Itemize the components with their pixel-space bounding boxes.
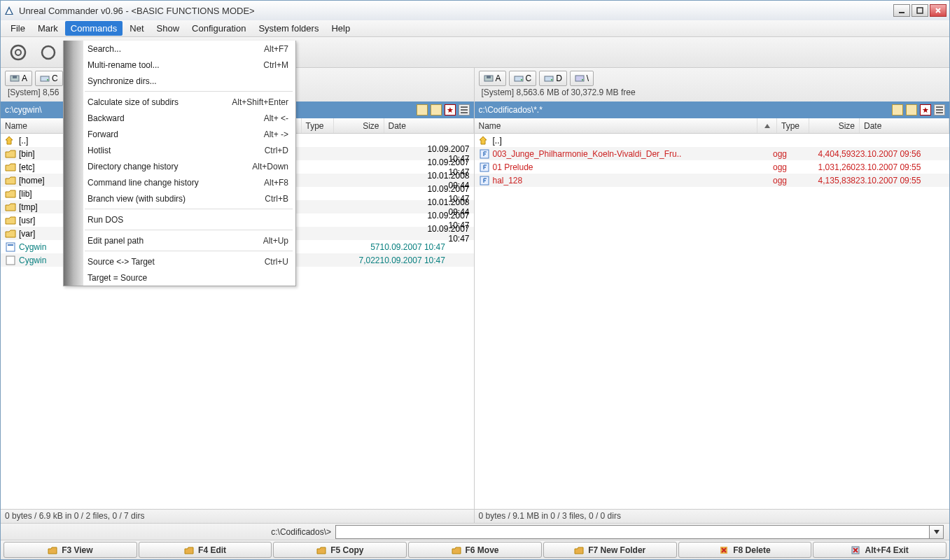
drive-button-root[interactable]: \ — [570, 71, 594, 86]
parent-icon[interactable] — [431, 104, 442, 115]
drive-button-A[interactable]: A — [5, 71, 32, 86]
tool-icon[interactable] — [39, 41, 62, 64]
folder-icon — [5, 229, 16, 239]
col-size[interactable]: Size — [809, 118, 860, 133]
fkey-f4-edit[interactable]: F4 Edit — [139, 542, 272, 558]
window-controls — [893, 4, 946, 17]
menu-shortcut: Alt+Shift+Enter — [232, 97, 288, 107]
menu-mark[interactable]: Mark — [32, 21, 64, 36]
command-input[interactable] — [335, 525, 930, 539]
list-item[interactable]: hal_128ogg4,135,83823.10.2007 09:55 — [475, 174, 950, 187]
menu-system-folders[interactable]: System folders — [253, 21, 324, 36]
fkey-f6-move[interactable]: F6 Move — [408, 542, 542, 558]
cell-size: 1,031,260 — [805, 162, 855, 172]
fkey-f3-view[interactable]: F3 View — [4, 542, 137, 558]
fkey-label: F8 Delete — [733, 545, 770, 555]
col-type[interactable]: Type — [777, 118, 809, 133]
folder-icon — [5, 202, 16, 212]
menu-item-run-dos[interactable]: Run DOS — [64, 211, 295, 227]
menu-shortcut: Ctrl+D — [265, 146, 288, 155]
col-date[interactable]: Date — [860, 118, 949, 133]
drive-icon — [10, 74, 20, 83]
fkey-f8-delete[interactable]: F8 Delete — [678, 542, 812, 558]
menu-item-label: Run DOS — [88, 215, 123, 225]
fkey-alt-f4-exit[interactable]: Alt+F4 Exit — [813, 542, 946, 558]
svg-point-5 — [15, 50, 21, 55]
drive-icon — [484, 74, 494, 83]
favorite-icon[interactable]: ★ — [920, 104, 931, 115]
parent-icon[interactable] — [906, 104, 917, 115]
ogg-icon — [479, 162, 490, 172]
col-name[interactable]: Name — [475, 118, 758, 133]
svg-rect-14 — [13, 76, 17, 78]
fkey-label: Alt+F4 Exit — [865, 545, 908, 555]
maximize-button[interactable] — [911, 4, 928, 17]
svg-marker-32 — [934, 530, 939, 534]
cell-size: 7,022 — [330, 255, 380, 265]
drive-button-C[interactable]: C — [35, 71, 63, 86]
menu-net[interactable]: Net — [124, 21, 149, 36]
menu-item-label: Target = Source — [88, 273, 147, 283]
menu-item-target-source[interactable]: Target = Source — [64, 270, 295, 286]
menu-item-edit-panel-path[interactable]: Edit panel pathAlt+Up — [64, 232, 295, 248]
menu-show[interactable]: Show — [151, 21, 186, 36]
menu-item-source-target[interactable]: Source <-> TargetCtrl+U — [64, 253, 295, 270]
menu-item-backward[interactable]: BackwardAlt+ <- — [64, 110, 295, 126]
drive-button-A[interactable]: A — [479, 71, 506, 86]
command-history-dropdown[interactable] — [930, 525, 944, 539]
menu-item-branch-view-with-subdirs[interactable]: Branch view (with subdirs)Ctrl+B — [64, 190, 295, 206]
root-icon[interactable] — [892, 104, 903, 115]
fkey-f5-copy[interactable]: F5 Copy — [273, 542, 407, 558]
cell-date: 23.10.2007 09:55 — [855, 162, 945, 172]
list-item[interactable]: [..] — [475, 134, 950, 147]
menu-item-synchronize-dirs[interactable]: Synchronize dirs... — [64, 73, 295, 89]
right-path-bar[interactable]: c:\Codificados\*.* ★ — [475, 102, 950, 118]
function-keys: F3 ViewF4 EditF5 CopyF6 MoveF7 New Folde… — [1, 540, 949, 559]
col-type[interactable]: Type — [302, 118, 334, 133]
root-icon[interactable] — [417, 104, 428, 115]
history-icon[interactable] — [934, 104, 945, 115]
copy-icon — [316, 545, 326, 555]
close-button[interactable] — [930, 4, 946, 17]
refresh-icon[interactable] — [6, 41, 30, 64]
fkey-label: F5 Copy — [330, 545, 363, 555]
menu-item-directory-change-history[interactable]: Directory change historyAlt+Down — [64, 158, 295, 174]
col-size[interactable]: Size — [334, 118, 384, 133]
menu-configuration[interactable]: Configuration — [186, 21, 251, 36]
menu-item-hotlist[interactable]: HotlistCtrl+D — [64, 142, 295, 158]
favorite-icon[interactable]: ★ — [445, 104, 456, 115]
history-icon[interactable] — [459, 104, 470, 115]
cell-date: 10.09.2007 10:47 — [380, 255, 470, 265]
list-item[interactable]: 003_Junge_Philharmonie_Koeln-Vivaldi_Der… — [475, 147, 950, 160]
svg-rect-2 — [899, 12, 904, 13]
menu-item-label: Directory change history — [88, 162, 178, 172]
menu-item-label: Source <-> Target — [88, 257, 155, 267]
menu-item-label: Synchronize dirs... — [88, 76, 157, 86]
menu-item-command-line-change-history[interactable]: Command line change historyAlt+F8 — [64, 174, 295, 190]
menu-shortcut: Ctrl+B — [265, 194, 288, 204]
svg-point-23 — [521, 79, 522, 80]
col-date[interactable]: Date — [384, 118, 474, 133]
menu-item-search[interactable]: Search...Alt+F7 — [64, 41, 295, 57]
svg-rect-19 — [6, 256, 15, 265]
menu-item-multi-rename-tool[interactable]: Multi-rename tool...Ctrl+M — [64, 57, 295, 73]
drive-letter: A — [22, 74, 27, 83]
menu-file[interactable]: File — [5, 21, 31, 36]
minimize-button[interactable] — [893, 4, 910, 17]
menu-commands[interactable]: Commands — [65, 21, 123, 36]
list-item[interactable]: 01 Preludeogg1,031,26023.10.2007 09:55 — [475, 160, 950, 174]
folder-icon — [5, 216, 16, 225]
menu-help[interactable]: Help — [326, 21, 356, 36]
col-sort[interactable] — [757, 118, 777, 133]
menu-item-label: Search... — [88, 44, 121, 54]
cell-size: 10.09.2007 10:47 — [419, 224, 470, 244]
menu-item-forward[interactable]: ForwardAlt+ -> — [64, 126, 295, 142]
app-icon — [4, 5, 15, 16]
file-name: [..] — [493, 136, 844, 146]
drive-button-D[interactable]: D — [539, 71, 567, 86]
drive-button-C[interactable]: C — [509, 71, 537, 86]
menu-item-calculate-size-of-subdirs[interactable]: Calculate size of subdirsAlt+Shift+Enter — [64, 94, 295, 110]
menu-shortcut: Alt+Down — [252, 162, 288, 172]
right-file-list[interactable]: [..]003_Junge_Philharmonie_Koeln-Vivaldi… — [475, 134, 950, 509]
fkey-f7-new-folder[interactable]: F7 New Folder — [543, 542, 677, 558]
